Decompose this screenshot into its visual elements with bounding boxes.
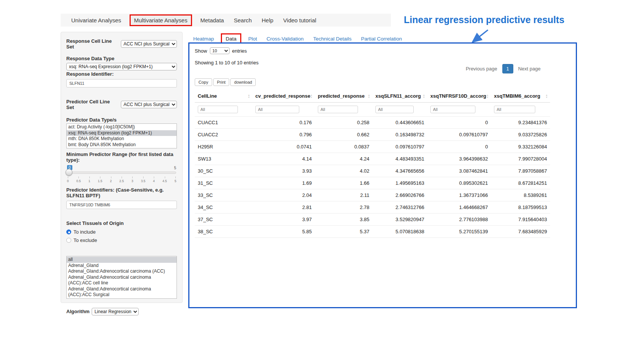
table-filter-row — [195, 103, 550, 117]
nav-video-tutorial[interactable]: Video tutorial — [283, 17, 316, 23]
tab-plot[interactable]: Plot — [248, 36, 257, 42]
value-cell: 1.66 — [315, 177, 372, 189]
column-label: xsqSLFN11_accorg — [375, 93, 421, 99]
filter-cellline-input[interactable] — [198, 106, 238, 113]
nav-univariate-analyses[interactable]: Univariate Analyses — [71, 17, 121, 23]
entries-label: entries — [232, 48, 247, 54]
value-cell: 0.0741 — [252, 141, 315, 153]
response-identifier-label: Response Identifier: — [66, 71, 177, 77]
value-cell: 4.14 — [252, 153, 315, 165]
nav-search[interactable]: Search — [234, 17, 252, 23]
radio-to-exclude[interactable]: To exclude — [66, 237, 177, 243]
predictor-cell-line-set-select[interactable]: ACC NCI plus Surgical — [121, 101, 177, 108]
radio-to-include[interactable]: To include — [66, 229, 177, 235]
filter-cv-predicted-response-input[interactable] — [255, 106, 299, 113]
predictor-identifiers-input[interactable] — [66, 201, 177, 209]
download-button[interactable]: download — [230, 78, 256, 86]
cellline-cell: CUACC2 — [195, 129, 252, 141]
value-cell: 5.270155139 — [427, 226, 491, 238]
table-row: H295R0.07410.08370.09761079709.332126084 — [195, 141, 550, 153]
slider-tick — [165, 176, 165, 178]
previous-page-button[interactable]: Previous page — [463, 64, 500, 73]
response-identifier-input[interactable] — [66, 79, 177, 87]
nav-metadata[interactable]: Metadata — [200, 17, 224, 23]
tissue-option-adrenal-gland[interactable]: Adrenal_Gland — [67, 263, 177, 269]
radio-exclude-icon[interactable] — [66, 238, 71, 243]
value-cell: 2.776103988 — [427, 214, 491, 226]
filter-predicted-response-input[interactable] — [318, 106, 358, 113]
pagination: Previous page 1 Next page — [463, 64, 544, 73]
response-data-type-label: Response Data Type — [66, 56, 177, 61]
list-option-bmt[interactable]: bmt: Body DNA 850K Methylation — [67, 142, 177, 148]
cellline-cell: 34_SC — [195, 201, 252, 214]
value-cell: 5.85 — [252, 226, 315, 238]
slider-tick-label: 3.5 — [141, 179, 145, 183]
response-data-type-select[interactable]: xsq: RNA-seq Expression (log2 FPKM+1) — [66, 63, 177, 70]
tab-technical-details[interactable]: Technical Details — [313, 36, 352, 42]
copy-button[interactable]: Copy — [195, 78, 212, 86]
nav-multivariate-analyses[interactable]: Multivariate Analyses — [130, 14, 192, 26]
column-header-cellline[interactable]: CellLine ▲▼ — [195, 90, 252, 103]
next-page-button[interactable]: Next page — [515, 64, 544, 73]
list-option-act[interactable]: act: Drug Activity (-log10[IC50M]) — [67, 124, 177, 130]
tissue-option-acc[interactable]: Adrenal_Gland:Adrenocortical carcinoma (… — [67, 268, 177, 275]
sort-icon[interactable]: ▲▼ — [423, 94, 425, 98]
sort-icon[interactable]: ▲▼ — [546, 94, 548, 98]
slider-tick — [100, 176, 100, 178]
results-table: CellLine ▲▼ cv_predicted_response ▲▼ pre… — [195, 90, 550, 238]
table-body: CUACC10.1760.2580.44360665109.234841376C… — [195, 117, 550, 238]
print-button[interactable]: Print — [213, 78, 230, 86]
sort-icon[interactable]: ▲▼ — [486, 94, 489, 98]
value-cell: 0 — [427, 141, 491, 153]
column-header-cv-predicted-response[interactable]: cv_predicted_response ▲▼ — [252, 90, 315, 103]
table-buttons: Copy Print download — [195, 78, 571, 86]
sort-icon[interactable]: ▲▼ — [310, 94, 313, 98]
value-cell: 0.796 — [252, 129, 315, 141]
value-cell: 4.24 — [315, 153, 372, 165]
results-panel: Show 10 entries Showing 1 to 10 of 10 en… — [188, 42, 577, 308]
slider-track[interactable] — [67, 172, 176, 174]
radio-include-icon[interactable] — [66, 229, 71, 234]
table-row: CUACC10.1760.2580.44360665109.234841376 — [195, 117, 550, 129]
page-number-button[interactable]: 1 — [502, 64, 513, 73]
column-header-xsqtnfrsf10d-accorg[interactable]: xsqTNFRSF10D_accorg ▲▼ — [427, 90, 491, 103]
filter-xsqtmbim6-input[interactable] — [494, 106, 535, 113]
top-navbar: Univariate Analyses Multivariate Analyse… — [61, 14, 391, 27]
tissue-option-acc-cell-line[interactable]: Adrenal_Gland:Adrenocortical carcinoma (… — [67, 275, 177, 286]
value-cell: 3.087462841 — [427, 165, 491, 177]
slider-tick — [175, 176, 176, 178]
tab-cross-validation[interactable]: Cross-Validation — [267, 36, 304, 42]
slider-tick-label: 0 — [67, 179, 69, 183]
value-cell: 7.915640403 — [491, 214, 550, 226]
column-header-xsqtmbim6-accorg[interactable]: xsqTMBIM6_accorg ▲▼ — [491, 90, 550, 103]
slider-tick — [122, 176, 122, 178]
filter-xsqtnfrsf10d-input[interactable] — [430, 106, 475, 113]
value-cell: 0.097610797 — [372, 141, 427, 153]
tissue-option-all[interactable]: all — [67, 257, 177, 263]
tab-heatmap[interactable]: Heatmap — [193, 36, 214, 42]
tab-partial-correlation[interactable]: Partial Correlation — [361, 36, 402, 42]
column-header-predicted-response[interactable]: predicted_response ▲▼ — [315, 90, 372, 103]
value-cell: 3.964398632 — [427, 153, 491, 165]
value-cell: 3.85 — [315, 214, 372, 226]
value-cell: 0 — [427, 117, 491, 129]
column-label: cv_predicted_response — [255, 93, 310, 99]
nav-help[interactable]: Help — [262, 17, 274, 23]
value-cell: 0.097610797 — [427, 129, 491, 141]
filter-xsqslfn11-input[interactable] — [375, 106, 414, 113]
entries-count-select[interactable]: 10 — [210, 47, 230, 54]
column-header-xsqslfn11-accorg[interactable]: xsqSLFN11_accorg ▲▼ — [372, 90, 427, 103]
value-cell: 2.78 — [315, 201, 372, 214]
slider-max-label: 5 — [174, 166, 176, 170]
slider-handle[interactable] — [66, 169, 72, 176]
sort-icon[interactable]: ▲▼ — [248, 94, 250, 98]
response-cell-line-set-select[interactable]: ACC NCI plus Surgical — [121, 40, 177, 48]
show-label: Show — [195, 48, 207, 54]
algorithm-select[interactable]: Linear Regression — [92, 308, 139, 315]
tissue-option-acc-surgical[interactable]: Adrenal_Gland:Adrenocortical carcinoma (… — [67, 286, 177, 298]
list-option-xsq[interactable]: xsq: RNA-seq Expression (log2 FPKM+1) — [67, 130, 177, 136]
tissue-origin-listbox: all Adrenal_Gland Adrenal_Gland:Adrenoco… — [66, 256, 177, 299]
slider-tick — [68, 176, 68, 178]
list-option-mth[interactable]: mth: DNA 850K Methylation — [67, 136, 177, 142]
sort-icon[interactable]: ▲▼ — [368, 94, 370, 98]
